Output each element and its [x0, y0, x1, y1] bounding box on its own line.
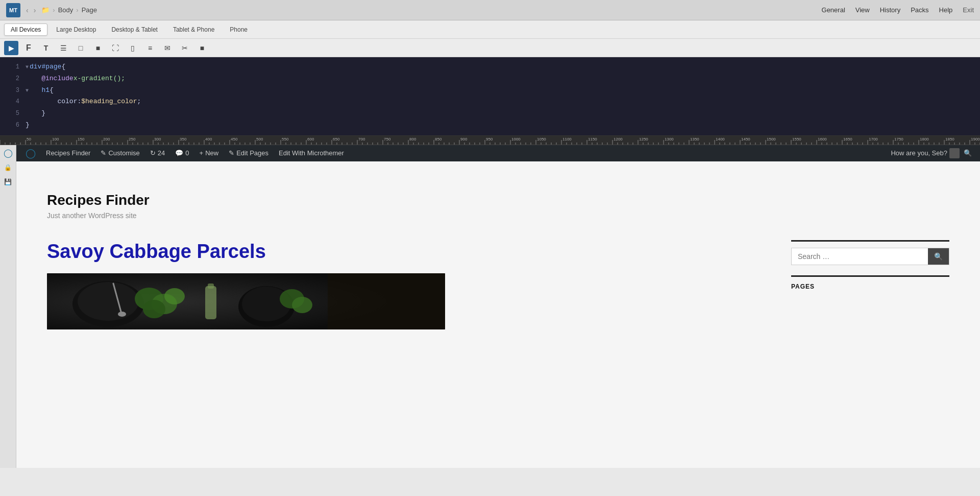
svg-point-241: [164, 288, 185, 304]
nav-exit[interactable]: Exit: [963, 6, 974, 14]
svg-text:250: 250: [129, 137, 136, 141]
svg-text:1750: 1750: [894, 137, 903, 141]
wp-new[interactable]: + New: [194, 145, 224, 161]
nav-history[interactable]: History: [880, 6, 900, 14]
svg-text:1700: 1700: [869, 137, 878, 141]
tool-fullscreen[interactable]: ⛶: [108, 41, 122, 55]
code-editor[interactable]: 1 ▼ div#page { 2 @include x-gradient(); …: [0, 57, 980, 136]
code-line-6: 6 }: [0, 120, 980, 131]
search-icon: 🔍: [934, 252, 943, 261]
search-button[interactable]: 🔍: [928, 248, 949, 265]
svg-text:1600: 1600: [818, 137, 827, 141]
device-tablet-phone[interactable]: Tablet & Phone: [166, 23, 221, 36]
svg-text:650: 650: [333, 137, 340, 141]
edit-pages-icon: ✎: [229, 149, 234, 157]
search-input[interactable]: [792, 248, 928, 265]
svg-point-240: [143, 300, 165, 318]
tool-text[interactable]: T: [39, 41, 53, 55]
mt-logo[interactable]: MT: [6, 3, 20, 17]
back-button[interactable]: ‹: [24, 5, 30, 15]
top-bar-right: General View History Packs Help Exit: [822, 6, 974, 14]
left-tool-save[interactable]: 💾: [2, 176, 14, 188]
breadcrumb-page[interactable]: Page: [82, 6, 97, 14]
svg-point-237: [118, 312, 126, 317]
code-line-2: 2 @include x-gradient();: [0, 73, 980, 85]
svg-text:1050: 1050: [537, 137, 546, 141]
wp-edit-pages[interactable]: ✎ Edit Pages: [224, 145, 274, 161]
tool-rows[interactable]: ≡: [143, 41, 157, 55]
svg-text:1400: 1400: [716, 137, 725, 141]
nav-help[interactable]: Help: [939, 6, 953, 14]
code-line-1: 1 ▼ div#page {: [0, 61, 980, 73]
breadcrumb: 📁 › Body › Page: [41, 6, 97, 14]
sidebar: 🔍 PAGES: [791, 240, 949, 330]
wp-comments[interactable]: 💬 0: [170, 145, 194, 161]
wp-admin-bar: ◯ Recipes Finder ✎ Customise ↻ 24 💬 0 + …: [16, 145, 980, 161]
left-tool-wp[interactable]: ◯: [2, 147, 14, 159]
svg-text:1500: 1500: [767, 137, 776, 141]
svg-text:350: 350: [180, 137, 187, 141]
code-line-3: 3 ▼ h1 {: [0, 85, 980, 97]
svg-text:1800: 1800: [920, 137, 929, 141]
user-avatar: [949, 148, 960, 158]
tool-box[interactable]: □: [74, 41, 88, 55]
nav-arrows: ‹ ›: [24, 5, 37, 15]
device-all[interactable]: All Devices: [4, 23, 47, 36]
svg-text:150: 150: [78, 137, 85, 141]
top-bar-left: MT ‹ › 📁 › Body › Page: [6, 3, 97, 17]
tools-bar: ▶ F T ☰ □ ■ ⛶ ▯ ≡ ✉ ✂ ■: [0, 39, 980, 57]
svg-text:1300: 1300: [665, 137, 674, 141]
nav-packs[interactable]: Packs: [911, 6, 928, 14]
search-box: 🔍: [791, 248, 949, 265]
sidebar-pages-divider: [791, 275, 949, 277]
code-line-5: 5 }: [0, 108, 980, 120]
svg-text:1550: 1550: [792, 137, 801, 141]
sidebar-top-divider: [791, 240, 949, 242]
customise-icon: ✎: [101, 149, 106, 157]
svg-rect-242: [205, 286, 216, 319]
tool-list[interactable]: ☰: [56, 41, 70, 55]
tool-crop[interactable]: ✂: [178, 41, 192, 55]
wp-site-name[interactable]: Recipes Finder: [41, 145, 95, 161]
svg-point-235: [78, 282, 139, 321]
breadcrumb-body[interactable]: Body: [58, 6, 74, 14]
tool-cursor[interactable]: ▶: [4, 41, 18, 55]
wp-logo-item[interactable]: ◯: [20, 145, 41, 161]
tool-mail[interactable]: ✉: [160, 41, 175, 55]
svg-text:1100: 1100: [562, 137, 572, 141]
wp-updates[interactable]: ↻ 24: [145, 145, 170, 161]
wp-edit-microthemer[interactable]: Edit With Microthemer: [274, 145, 349, 161]
svg-text:850: 850: [435, 137, 442, 141]
tool-font[interactable]: F: [21, 41, 36, 55]
left-tool-lock[interactable]: 🔒: [2, 161, 14, 174]
nav-view[interactable]: View: [855, 6, 870, 14]
device-desktop-tablet[interactable]: Desktop & Tablet: [105, 23, 164, 36]
svg-text:200: 200: [103, 137, 110, 141]
search-widget: 🔍: [791, 248, 949, 265]
svg-rect-243: [208, 284, 214, 289]
site-title: Recipes Finder: [47, 192, 949, 208]
device-phone[interactable]: Phone: [223, 23, 254, 36]
wp-customise[interactable]: ✎ Customise: [95, 145, 144, 161]
tool-columns[interactable]: ▯: [126, 41, 140, 55]
content-area: Savoy Cabbage Parcels: [47, 240, 771, 330]
nav-general[interactable]: General: [822, 6, 845, 14]
svg-text:1850: 1850: [945, 137, 954, 141]
wp-search-toggle[interactable]: 🔍: [960, 149, 976, 157]
svg-text:1250: 1250: [639, 137, 648, 141]
svg-text:600: 600: [307, 137, 314, 141]
svg-text:1450: 1450: [741, 137, 750, 141]
tool-square[interactable]: ■: [195, 41, 209, 55]
svg-text:750: 750: [384, 137, 391, 141]
site-main: Savoy Cabbage Parcels: [16, 240, 980, 350]
site-content: Recipes Finder Just another WordPress si…: [16, 161, 980, 468]
post-title: Savoy Cabbage Parcels: [47, 240, 771, 264]
post-image-inner: [47, 273, 445, 329]
svg-text:800: 800: [409, 137, 416, 141]
svg-point-247: [292, 297, 312, 313]
device-large-desktop[interactable]: Large Desktop: [50, 23, 103, 36]
food-image-svg: [47, 273, 445, 329]
site-tagline: Just another WordPress site: [47, 211, 949, 220]
forward-button[interactable]: ›: [32, 5, 38, 15]
tool-image[interactable]: ■: [91, 41, 105, 55]
